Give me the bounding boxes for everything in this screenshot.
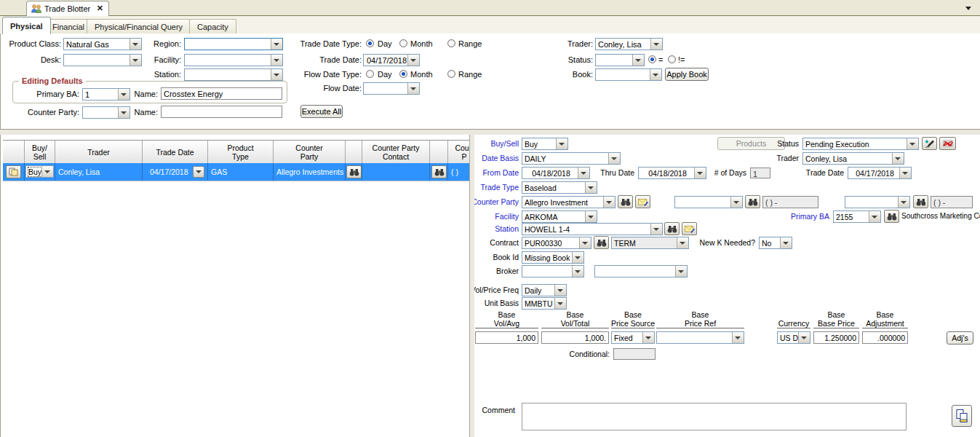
products-button[interactable]: Products: [717, 137, 785, 150]
binoculars-button[interactable]: [745, 195, 760, 208]
dropdown-arrow-icon[interactable]: [118, 89, 130, 100]
dropdown-arrow-icon[interactable]: [869, 211, 880, 222]
cp-name-field[interactable]: [161, 106, 282, 118]
dropdown-arrow-icon[interactable]: [899, 168, 911, 178]
dropdown-arrow-icon[interactable]: [271, 39, 282, 50]
flow-date-type-range-radio[interactable]: [447, 70, 455, 78]
dropdown-arrow-icon[interactable]: [407, 83, 419, 94]
product-class-select[interactable]: Natural Gas: [63, 38, 142, 50]
broker-select[interactable]: [522, 265, 584, 277]
dropdown-arrow-icon[interactable]: [907, 138, 918, 149]
binoculars-button[interactable]: [664, 222, 680, 235]
dropdown-arrow-icon[interactable]: [732, 332, 744, 343]
ba-name-field[interactable]: Crosstex Energy: [161, 87, 282, 100]
dropdown-arrow-icon[interactable]: [130, 39, 141, 50]
new-k-needed-select[interactable]: No: [759, 237, 792, 249]
table-row[interactable]: Buy Conley, Lisa 04/17/2018 GAS Allegro …: [3, 163, 470, 181]
dropdown-arrow-icon[interactable]: [578, 168, 589, 178]
base-price-field[interactable]: 1.250000: [813, 331, 859, 344]
column-header-product-type[interactable]: Product Type: [208, 141, 274, 163]
dropdown-arrow-icon[interactable]: [798, 332, 810, 343]
cp-contact2-select[interactable]: [845, 196, 910, 208]
book-filter-select[interactable]: [595, 68, 662, 81]
dropdown-arrow-icon[interactable]: [675, 266, 687, 277]
column-header-counter-party[interactable]: Counter Party: [274, 141, 346, 163]
dropdown-arrow-icon[interactable]: [271, 69, 282, 80]
dropdown-arrow-icon[interactable]: [407, 55, 419, 66]
dropdown-arrow-icon[interactable]: [603, 197, 615, 208]
execute-all-button[interactable]: Execute All: [300, 105, 343, 118]
binoculars-button[interactable]: [618, 195, 633, 208]
cp-contact-select[interactable]: [674, 196, 743, 208]
binoculars-button[interactable]: [913, 195, 928, 208]
date-basis-select[interactable]: DAILY: [522, 152, 621, 165]
column-header-cp-contact[interactable]: Counter Party Contact: [362, 141, 430, 163]
adjustment-field[interactable]: .000000: [862, 331, 908, 344]
dropdown-arrow-icon[interactable]: [118, 107, 130, 118]
status-not-equals-radio[interactable]: [668, 55, 676, 63]
trader-select[interactable]: Conley, Lisa: [802, 152, 904, 165]
column-header-contact-lookup[interactable]: [430, 141, 448, 163]
dropdown-arrow-icon[interactable]: [556, 138, 567, 149]
dropdown-arrow-icon[interactable]: [780, 237, 792, 248]
column-header-selector[interactable]: [3, 141, 25, 163]
unit-basis-select[interactable]: MMBTU: [522, 297, 567, 310]
status-equals-radio[interactable]: [648, 55, 656, 63]
copy-comment-button[interactable]: [952, 405, 972, 427]
comment-textarea[interactable]: [522, 403, 907, 430]
copy-row-button[interactable]: [6, 165, 21, 178]
close-icon[interactable]: ✕: [97, 4, 103, 13]
dropdown-arrow-icon[interactable]: [41, 166, 53, 177]
counter-party-filter-select[interactable]: [82, 106, 130, 119]
from-date-select[interactable]: 04/18/2018: [522, 167, 590, 179]
trade-date-select[interactable]: 04/17/2018: [848, 167, 912, 179]
status-filter-select[interactable]: [595, 54, 645, 66]
book-id-select[interactable]: Missing Book: [522, 251, 584, 264]
currency-select[interactable]: US DO: [777, 331, 810, 344]
tab-financial[interactable]: Financial: [44, 19, 92, 34]
dropdown-arrow-icon[interactable]: [130, 55, 141, 66]
dropdown-arrow-icon[interactable]: [585, 182, 597, 193]
dropdown-arrow-icon[interactable]: [585, 211, 597, 222]
station-select[interactable]: HOWELL 1-4: [522, 223, 663, 235]
primary-ba-filter-select[interactable]: 1: [82, 88, 130, 101]
trade-date-filter-select[interactable]: 04/17/2018: [363, 54, 420, 66]
void-button[interactable]: [939, 137, 956, 150]
dropdown-arrow-icon[interactable]: [579, 237, 591, 248]
column-header-buy-sell[interactable]: Buy/ Sell: [25, 141, 55, 163]
dropdown-arrow-icon[interactable]: [898, 197, 909, 208]
thru-date-select[interactable]: 04/18/2018: [638, 167, 706, 179]
base-vol-total-field[interactable]: 1,000.: [541, 331, 609, 344]
tab-list-chevron-icon[interactable]: [965, 7, 971, 13]
dropdown-arrow-icon[interactable]: [642, 332, 654, 343]
dropdown-arrow-icon[interactable]: [193, 166, 204, 178]
dropdown-arrow-icon[interactable]: [572, 266, 583, 277]
column-header-cp-lookup[interactable]: [346, 141, 362, 163]
binoculars-button[interactable]: [431, 165, 447, 178]
contact-mail-button[interactable]: [635, 195, 650, 208]
binoculars-button[interactable]: [594, 236, 609, 249]
vol-price-freq-select[interactable]: Daily: [522, 284, 567, 296]
trader-filter-select[interactable]: Conley, Lisa: [595, 38, 663, 50]
dropdown-arrow-icon[interactable]: [554, 285, 566, 296]
contract-select[interactable]: PUR00330: [522, 237, 591, 249]
dropdown-arrow-icon[interactable]: [554, 298, 566, 309]
adjs-button[interactable]: Adj's: [947, 331, 973, 345]
trade-type-select[interactable]: Baseload: [522, 181, 597, 194]
contract-term-select[interactable]: TERM: [611, 237, 689, 249]
buy-sell-select[interactable]: Buy: [522, 138, 568, 150]
row-buy-sell-select[interactable]: Buy: [25, 165, 54, 178]
binoculars-button[interactable]: [346, 165, 362, 178]
broker-contact-select[interactable]: [594, 265, 688, 277]
dropdown-arrow-icon[interactable]: [271, 55, 282, 66]
desk-select[interactable]: [63, 54, 142, 66]
dropdown-arrow-icon[interactable]: [892, 153, 904, 164]
base-vol-avg-field[interactable]: 1,000: [475, 331, 538, 344]
facility-select[interactable]: ARKOMA: [522, 210, 597, 223]
apply-book-button[interactable]: Apply Book: [665, 68, 709, 81]
counter-party-select[interactable]: Allegro Investment: [522, 196, 616, 208]
flow-date-select[interactable]: [363, 82, 420, 95]
primary-ba-select[interactable]: 2155: [833, 210, 881, 223]
dropdown-arrow-icon[interactable]: [677, 237, 688, 248]
region-select[interactable]: [184, 38, 283, 50]
